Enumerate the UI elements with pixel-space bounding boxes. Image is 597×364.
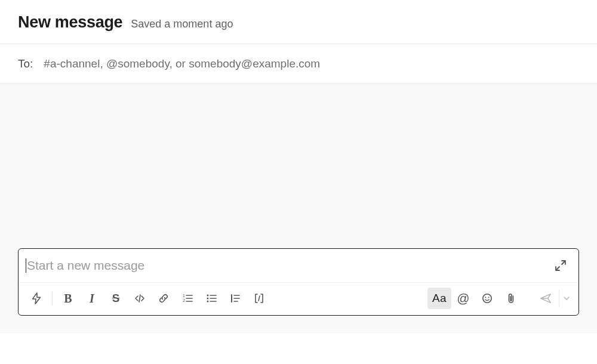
expand-button[interactable] (552, 257, 569, 274)
page-title: New message (18, 13, 122, 32)
saved-status: Saved a moment ago (131, 18, 233, 30)
ordered-list-button[interactable]: 1 2 (176, 288, 199, 309)
ordered-list-icon: 1 2 (181, 292, 193, 304)
svg-point-6 (485, 297, 486, 298)
composer-wrap: B I S 1 2 (0, 248, 597, 334)
code-button[interactable] (128, 288, 152, 309)
strikethrough-button[interactable]: S (104, 288, 128, 309)
body-area (0, 84, 597, 248)
mention-icon: @ (457, 291, 469, 306)
header: New message Saved a moment ago (0, 0, 597, 44)
composer-input-row (19, 249, 578, 282)
chevron-down-icon (563, 295, 570, 302)
code-block-icon (253, 292, 265, 304)
link-button[interactable] (152, 288, 176, 309)
send-button[interactable] (534, 288, 558, 309)
blockquote-icon (229, 292, 241, 304)
recipient-input[interactable] (44, 57, 579, 70)
svg-point-7 (488, 297, 490, 298)
code-icon (134, 292, 146, 304)
format-toggle-button[interactable]: Aa (427, 288, 451, 309)
recipient-row: To: (0, 44, 597, 84)
svg-text:2: 2 (183, 298, 185, 303)
emoji-icon (481, 292, 493, 304)
expand-icon (555, 260, 567, 272)
attach-button[interactable] (499, 288, 523, 309)
lightning-icon (30, 292, 43, 305)
svg-point-2 (207, 295, 209, 297)
svg-point-5 (483, 294, 491, 303)
divider (559, 290, 559, 307)
toolbar: B I S 1 2 (19, 282, 578, 315)
message-input[interactable] (26, 258, 552, 273)
link-icon (158, 292, 170, 304)
bold-icon: B (64, 292, 72, 306)
mention-button[interactable]: @ (451, 288, 475, 309)
emoji-button[interactable] (475, 288, 499, 309)
divider (52, 291, 53, 306)
bold-button[interactable]: B (56, 288, 80, 309)
blockquote-button[interactable] (223, 288, 247, 309)
svg-point-4 (207, 301, 209, 303)
send-icon (539, 292, 552, 305)
send-options-button[interactable] (561, 288, 573, 309)
code-block-button[interactable] (247, 288, 271, 309)
strikethrough-icon: S (112, 292, 120, 305)
svg-text:1: 1 (183, 294, 185, 298)
paperclip-icon (505, 292, 517, 304)
bullet-list-icon (205, 292, 217, 304)
italic-button[interactable]: I (80, 288, 104, 309)
italic-icon: I (90, 292, 94, 306)
svg-point-3 (207, 298, 209, 300)
composer: B I S 1 2 (18, 248, 579, 316)
shortcuts-button[interactable] (24, 288, 48, 309)
format-icon: Aa (432, 292, 447, 305)
to-label: To: (18, 57, 33, 70)
bullet-list-button[interactable] (199, 288, 223, 309)
